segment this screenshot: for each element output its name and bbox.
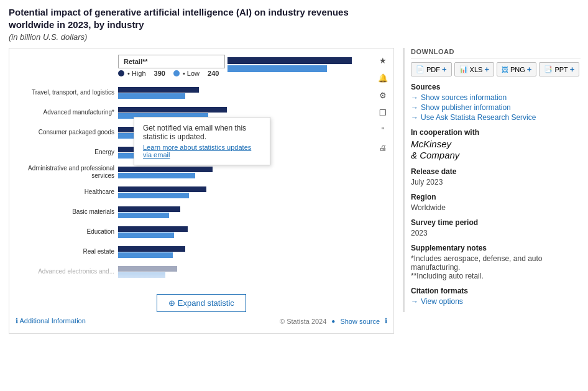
main-title: Potential impact of generative artificia… <box>9 6 394 30</box>
print-icon[interactable]: 🖨 <box>376 140 390 154</box>
survey-period-label: Survey time period <box>411 218 581 227</box>
tooltip-link[interactable]: Learn more about statistics updates via … <box>143 144 261 159</box>
region-value: Worldwide <box>411 203 581 212</box>
survey-period-section: Survey time period 2023 <box>411 218 581 237</box>
quote-icon[interactable]: " <box>376 123 390 137</box>
chart-toolbar: ★ 🔔 ⚙ ❐ " 🖨 <box>376 53 390 154</box>
supplementary-value: *Includes aerospace, defense, and auto m… <box>411 254 581 280</box>
show-publisher-link[interactable]: Show publisher information <box>411 103 581 112</box>
cooperation-section: In cooperation with McKinsey& Company <box>411 128 581 161</box>
show-source-link[interactable]: Show source <box>340 318 380 325</box>
chart-container: ★ 🔔 ⚙ ❐ " 🖨 Get notified via email when … <box>9 48 394 334</box>
supplementary-label: Supplementary notes <box>411 244 581 252</box>
citation-label: Citation formats <box>411 287 581 295</box>
png-icon: 🖼 <box>502 66 508 73</box>
pdf-label: PDF <box>426 66 440 73</box>
region-section: Region Worldwide <box>411 193 581 212</box>
tooltip-text: Get notified via email when this statist… <box>143 124 246 141</box>
download-section: DOWNLOAD 📄 PDF + 📊 XLS + <box>411 48 581 76</box>
sources-label: Sources <box>411 83 581 91</box>
settings-icon[interactable]: ⚙ <box>376 88 390 102</box>
table-row: Basic materials <box>16 203 369 221</box>
retail-label: Retail** <box>118 55 225 68</box>
xls-download-button[interactable]: 📊 XLS + <box>454 62 494 76</box>
table-row: Travel, transport, and logistics <box>16 84 369 101</box>
info-icon: ℹ <box>385 317 387 325</box>
cooperation-label: In cooperation with <box>411 128 581 137</box>
ppt-icon: 📑 <box>544 65 553 73</box>
additional-info-link[interactable]: ℹ Additional Information <box>16 317 86 325</box>
xls-icon: 📊 <box>459 65 468 73</box>
notification-icon[interactable]: 🔔 <box>376 71 390 85</box>
bar-chart: Travel, transport, and logistics Advance… <box>16 84 369 280</box>
star-icon[interactable]: ★ <box>376 53 390 67</box>
pdf-download-button[interactable]: 📄 PDF + <box>411 62 452 76</box>
copyright: © Statista 2024 <box>280 318 326 325</box>
sidebar: DOWNLOAD 📄 PDF + 📊 XLS + <box>394 48 581 334</box>
pdf-plus-icon: + <box>442 65 447 74</box>
xls-label: XLS <box>470 66 483 73</box>
table-row: Real estate <box>16 243 369 260</box>
pdf-icon: 📄 <box>416 65 425 73</box>
release-date-section: Release date July 2023 <box>411 167 581 186</box>
mckinsey-logo: McKinsey& Company <box>411 139 581 161</box>
ask-statista-link[interactable]: Use Ask Statista Research Service <box>411 113 581 122</box>
png-plus-icon: + <box>527 65 532 74</box>
low-legend: • Low 240 <box>173 70 219 77</box>
show-sources-link[interactable]: Show sources information <box>411 93 581 102</box>
download-label: DOWNLOAD <box>411 48 581 58</box>
tooltip-popup: Get notified via email when this statist… <box>134 117 270 165</box>
sources-section: Sources Show sources information Show pu… <box>411 83 581 122</box>
xls-plus-icon: + <box>484 65 489 74</box>
png-download-button[interactable]: 🖼 PNG + <box>497 62 536 76</box>
table-row: Education <box>16 223 369 241</box>
table-row: Advanced electronics and... <box>16 263 369 280</box>
table-row: Healthcare <box>16 183 369 201</box>
table-row: Administrative and professional services <box>16 163 369 181</box>
download-buttons: 📄 PDF + 📊 XLS + 🖼 PNG + <box>411 62 581 76</box>
supplementary-section: Supplementary notes *Includes aerospace,… <box>411 244 581 280</box>
share-icon[interactable]: ❐ <box>376 106 390 119</box>
release-date-label: Release date <box>411 167 581 176</box>
png-label: PNG <box>510 66 525 73</box>
survey-period-value: 2023 <box>411 229 581 237</box>
expand-statistic-button[interactable]: ⊕ Expand statistic <box>157 294 246 312</box>
ppt-download-button[interactable]: 📑 PPT + <box>539 62 579 76</box>
region-label: Region <box>411 193 581 201</box>
ppt-plus-icon: + <box>570 65 575 74</box>
citation-section: Citation formats View options <box>411 287 581 306</box>
subtitle: (in billion U.S. dollars) <box>9 32 579 42</box>
view-options-link[interactable]: View options <box>411 297 581 306</box>
ppt-label: PPT <box>554 66 567 73</box>
release-date-value: July 2023 <box>411 178 581 186</box>
high-legend: • High 390 <box>118 70 165 77</box>
